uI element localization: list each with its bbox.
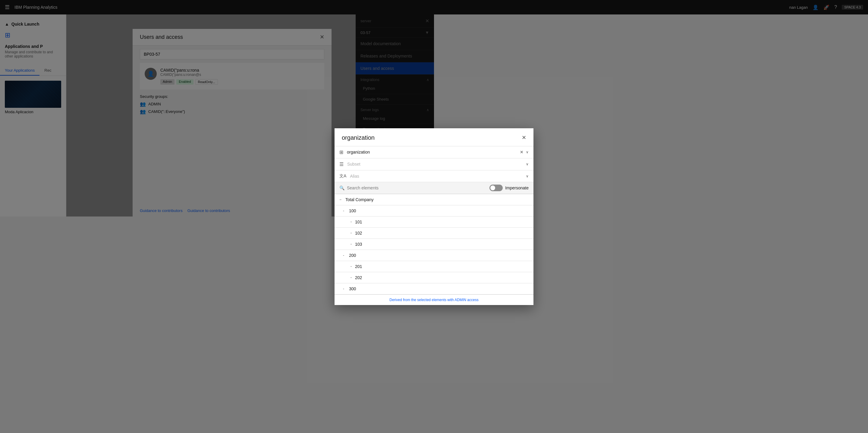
dimension-icon: ⊞ xyxy=(339,149,343,155)
tree-item-total-company[interactable]: − Total Company xyxy=(335,194,434,205)
org-modal-body: ⊞ organization ✕ ∨ ☰ Subset ∨ 文A Alias ∨ xyxy=(335,146,434,217)
dimension-dropdown[interactable]: ⊞ organization ✕ ∨ xyxy=(335,146,434,158)
alias-placeholder: Alias xyxy=(350,174,434,178)
org-search-input[interactable] xyxy=(347,186,434,190)
org-modal-header: organization ✕ xyxy=(335,128,434,146)
org-search-bar: 🔍 Impersonate xyxy=(335,182,434,194)
tree-item-101[interactable]: • 101 xyxy=(335,216,434,217)
search-icon: 🔍 xyxy=(339,186,344,190)
subset-dropdown[interactable]: ☰ Subset ∨ xyxy=(335,158,434,170)
tree-item-100[interactable]: - 100 xyxy=(335,205,434,216)
org-modal-overlay: organization ✕ ⊞ organization ✕ ∨ ☰ Subs… xyxy=(0,0,434,216)
alias-dropdown[interactable]: 文A Alias ∨ xyxy=(335,170,434,182)
org-modal-title: organization xyxy=(342,134,375,141)
org-modal: organization ✕ ⊞ organization ✕ ∨ ☰ Subs… xyxy=(335,128,434,217)
subset-icon: ☰ xyxy=(339,161,344,167)
dimension-value: organization xyxy=(347,149,434,155)
org-tree: − Total Company- 100• 101• 102• 103- 200… xyxy=(335,194,434,217)
subset-placeholder: Subset xyxy=(347,162,434,167)
alias-icon: 文A xyxy=(339,173,346,179)
